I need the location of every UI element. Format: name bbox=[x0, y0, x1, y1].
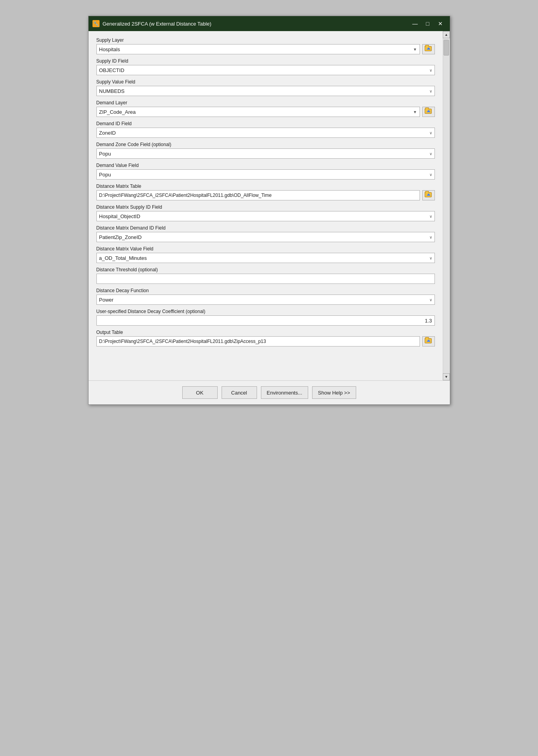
demand-id-field-group: Demand ID Field ZoneID ∨ bbox=[96, 121, 435, 138]
decay-function-value: Power bbox=[99, 297, 114, 303]
supply-id-field-label: Supply ID Field bbox=[96, 58, 435, 64]
dm-value-field-dropdown[interactable]: a_OD_Total_Minutes ∨ bbox=[96, 253, 435, 263]
output-table-browse-button[interactable] bbox=[422, 336, 435, 346]
folder-arrow-icon-4 bbox=[427, 339, 431, 342]
supply-layer-row: Hospitals ▼ bbox=[96, 44, 435, 54]
distance-threshold-group: Distance Threshold (optional) bbox=[96, 267, 435, 284]
demand-value-arrow: ∨ bbox=[429, 172, 432, 177]
titlebar-controls: — □ ✕ bbox=[410, 19, 446, 28]
scrollbar: ▲ ▼ bbox=[443, 31, 450, 380]
supply-value-field-row: NUMBEDS ∨ bbox=[96, 86, 435, 96]
close-button[interactable]: ✕ bbox=[435, 19, 446, 28]
output-table-value: D:\Project\FWang\2SFCA_i2SFCA\Patient2Ho… bbox=[99, 339, 266, 344]
distance-threshold-label: Distance Threshold (optional) bbox=[96, 267, 435, 272]
supply-id-field-value: OBJECTID bbox=[99, 67, 124, 73]
minimize-button[interactable]: — bbox=[410, 19, 421, 28]
app-icon: 🔧 bbox=[92, 20, 100, 27]
demand-value-field-dropdown[interactable]: Popu ∨ bbox=[96, 169, 435, 180]
demand-value-field-row: Popu ∨ bbox=[96, 169, 435, 180]
folder-icon-2 bbox=[425, 109, 432, 114]
output-table-group: Output Table D:\Project\FWang\2SFCA_i2SF… bbox=[96, 330, 435, 346]
supply-layer-group: Supply Layer Hospitals ▼ bbox=[96, 37, 435, 54]
decay-coefficient-input[interactable]: 1.3 bbox=[96, 315, 435, 326]
dm-value-field-value: a_OD_Total_Minutes bbox=[99, 255, 147, 261]
dm-demand-id-group: Distance Matrix Demand ID Field PatientZ… bbox=[96, 225, 435, 242]
distance-matrix-table-label: Distance Matrix Table bbox=[96, 183, 435, 189]
supply-value-field-group: Supply Value Field NUMBEDS ∨ bbox=[96, 79, 435, 96]
output-table-browse-icon bbox=[425, 338, 433, 345]
folder-arrow-icon bbox=[427, 47, 431, 50]
decay-function-group: Distance Decay Function Power ∨ bbox=[96, 288, 435, 305]
ok-button[interactable]: OK bbox=[182, 386, 218, 399]
main-content: Supply Layer Hospitals ▼ bbox=[89, 31, 443, 380]
output-table-input[interactable]: D:\Project\FWang\2SFCA_i2SFCA\Patient2Ho… bbox=[96, 336, 420, 346]
supply-id-field-dropdown[interactable]: OBJECTID ∨ bbox=[96, 65, 435, 75]
demand-layer-group: Demand Layer ZIP_Code_Area ▼ bbox=[96, 100, 435, 117]
supply-layer-arrow: ▼ bbox=[413, 47, 417, 52]
demand-layer-dropdown[interactable]: ZIP_Code_Area ▼ bbox=[96, 107, 420, 117]
distance-matrix-browse-button[interactable] bbox=[422, 190, 435, 200]
demand-id-arrow: ∨ bbox=[429, 131, 432, 135]
distance-matrix-table-value: D:\Project\FWang\2SFCA_i2SFCA\Patient2Ho… bbox=[99, 193, 272, 198]
supply-value-field-label: Supply Value Field bbox=[96, 79, 435, 85]
footer: OK Cancel Environments... Show Help >> bbox=[89, 380, 450, 404]
dm-value-arrow: ∨ bbox=[429, 256, 432, 260]
folder-arrow-icon-3 bbox=[427, 193, 431, 196]
demand-zone-code-value: Popu bbox=[99, 151, 111, 157]
output-table-label: Output Table bbox=[96, 330, 435, 335]
dm-supply-id-group: Distance Matrix Supply ID Field Hospital… bbox=[96, 204, 435, 221]
decay-function-dropdown[interactable]: Power ∨ bbox=[96, 295, 435, 305]
supply-layer-browse-icon bbox=[425, 46, 433, 52]
maximize-button[interactable]: □ bbox=[422, 19, 433, 28]
supply-value-arrow: ∨ bbox=[429, 89, 432, 93]
decay-coefficient-row: 1.3 bbox=[96, 315, 435, 326]
demand-id-field-row: ZoneID ∨ bbox=[96, 128, 435, 138]
supply-id-arrow: ∨ bbox=[429, 68, 432, 72]
scroll-up-button[interactable]: ▲ bbox=[443, 31, 450, 38]
supply-id-field-group: Supply ID Field OBJECTID ∨ bbox=[96, 58, 435, 75]
dm-demand-id-dropdown[interactable]: PatientZip_ZoneID ∨ bbox=[96, 232, 435, 242]
demand-id-field-label: Demand ID Field bbox=[96, 121, 435, 126]
dm-demand-id-value: PatientZip_ZoneID bbox=[99, 234, 142, 240]
folder-icon bbox=[425, 46, 432, 51]
dm-supply-id-arrow: ∨ bbox=[429, 214, 432, 219]
distance-matrix-table-row: D:\Project\FWang\2SFCA_i2SFCA\Patient2Ho… bbox=[96, 190, 435, 200]
folder-icon-4 bbox=[425, 338, 432, 343]
demand-zone-code-arrow: ∨ bbox=[429, 152, 432, 156]
scroll-thumb[interactable] bbox=[444, 40, 449, 56]
demand-id-field-dropdown[interactable]: ZoneID ∨ bbox=[96, 128, 435, 138]
demand-zone-code-dropdown[interactable]: Popu ∨ bbox=[96, 148, 435, 159]
demand-layer-arrow: ▼ bbox=[413, 110, 417, 114]
supply-layer-label: Supply Layer bbox=[96, 37, 435, 43]
dm-demand-id-label: Distance Matrix Demand ID Field bbox=[96, 225, 435, 231]
scroll-down-button[interactable]: ▼ bbox=[443, 373, 450, 380]
decay-function-arrow: ∨ bbox=[429, 298, 432, 302]
decay-coefficient-label: User-specified Distance Decay Coefficien… bbox=[96, 309, 435, 314]
demand-zone-code-group: Demand Zone Code Field (optional) Popu ∨ bbox=[96, 142, 435, 159]
titlebar-left: 🔧 Generalized 2SFCA (w External Distance… bbox=[92, 20, 212, 27]
dm-supply-id-row: Hospital_ObjectID ∨ bbox=[96, 211, 435, 221]
show-help-button[interactable]: Show Help >> bbox=[312, 386, 356, 399]
titlebar: 🔧 Generalized 2SFCA (w External Distance… bbox=[89, 16, 450, 31]
supply-layer-browse-button[interactable] bbox=[422, 44, 435, 54]
dm-value-field-row: a_OD_Total_Minutes ∨ bbox=[96, 253, 435, 263]
demand-layer-label: Demand Layer bbox=[96, 100, 435, 106]
dm-value-field-label: Distance Matrix Value Field bbox=[96, 246, 435, 252]
decay-function-label: Distance Decay Function bbox=[96, 288, 435, 293]
decay-function-row: Power ∨ bbox=[96, 295, 435, 305]
environments-button[interactable]: Environments... bbox=[261, 386, 308, 399]
distance-threshold-input[interactable] bbox=[96, 274, 435, 284]
distance-threshold-row bbox=[96, 274, 435, 284]
window-title: Generalized 2SFCA (w External Distance T… bbox=[103, 21, 212, 27]
supply-layer-dropdown[interactable]: Hospitals ▼ bbox=[96, 44, 420, 54]
folder-icon-3 bbox=[425, 192, 432, 197]
output-table-row: D:\Project\FWang\2SFCA_i2SFCA\Patient2Ho… bbox=[96, 336, 435, 346]
dm-supply-id-dropdown[interactable]: Hospital_ObjectID ∨ bbox=[96, 211, 435, 221]
demand-layer-browse-button[interactable] bbox=[422, 107, 435, 117]
cancel-button[interactable]: Cancel bbox=[222, 386, 257, 399]
supply-value-field-dropdown[interactable]: NUMBEDS ∨ bbox=[96, 86, 435, 96]
distance-matrix-table-input[interactable]: D:\Project\FWang\2SFCA_i2SFCA\Patient2Ho… bbox=[96, 190, 420, 200]
distance-matrix-browse-icon bbox=[425, 192, 433, 198]
dm-demand-id-row: PatientZip_ZoneID ∨ bbox=[96, 232, 435, 242]
supply-id-field-row: OBJECTID ∨ bbox=[96, 65, 435, 75]
